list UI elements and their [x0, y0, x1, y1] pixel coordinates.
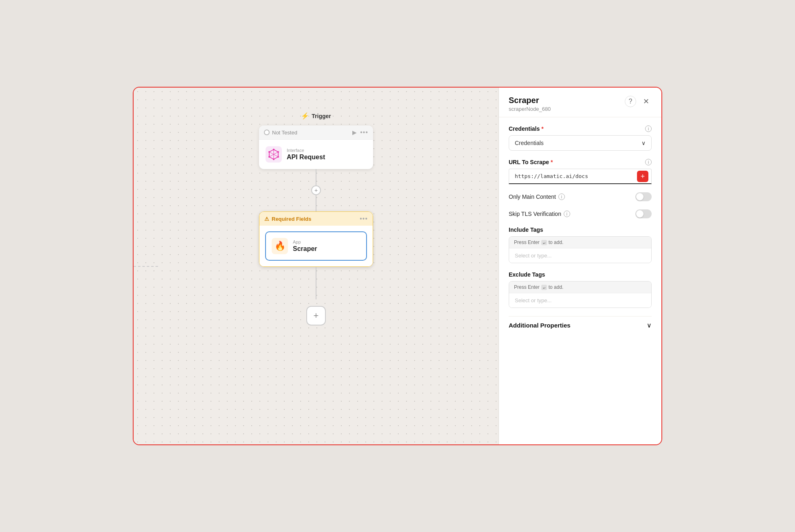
url-label-row: URL To Scrape * i — [509, 159, 652, 165]
url-label: URL To Scrape * — [509, 159, 553, 165]
only-main-label: Only Main Content i — [509, 193, 565, 200]
required-more-options[interactable]: ••• — [360, 215, 368, 222]
skip-tls-label: Skip TLS Verification i — [509, 211, 570, 217]
scraper-type: App — [293, 240, 317, 244]
url-label-text: URL To Scrape — [509, 159, 549, 165]
url-input[interactable]: https://lamatic.ai/docs — [509, 169, 652, 184]
panel-subtitle: scraperNode_680 — [509, 106, 551, 112]
credentials-required: * — [541, 125, 543, 132]
more-options-button[interactable]: ••• — [360, 129, 368, 136]
graphql-icon — [266, 146, 282, 163]
card-header-not-tested: Not Tested ▶ ••• — [259, 125, 373, 140]
url-required: * — [551, 159, 553, 165]
scraper-text: App Scraper — [293, 240, 317, 253]
additional-props-label: Additional Properties — [509, 322, 571, 329]
include-tags-text: Include Tags — [509, 226, 543, 233]
credentials-section: Credentials * i Credentials ∨ — [509, 125, 652, 151]
credentials-label: Credentials * — [509, 125, 544, 132]
include-tags-label: Include Tags — [509, 226, 543, 233]
main-container: ⚡ Trigger Not Tested ▶ ••• — [133, 87, 662, 445]
api-request-text: Interface API Request — [287, 148, 325, 161]
exclude-tags-label-row: Exclude Tags — [509, 271, 652, 278]
exclude-tags-text: Exclude Tags — [509, 271, 545, 278]
svg-line-12 — [269, 149, 274, 152]
include-tags-label-row: Include Tags — [509, 226, 652, 233]
not-tested-card: Not Tested ▶ ••• — [259, 125, 373, 169]
skip-tls-row: Skip TLS Verification i — [509, 209, 652, 218]
node-title: API Request — [287, 154, 325, 161]
trigger-icon: ⚡ — [301, 112, 309, 120]
url-section: URL To Scrape * i https://lamatic.ai/doc… — [509, 159, 652, 184]
exclude-hint-text: Press Enter — [514, 284, 540, 290]
panel-header: Scraper scraperNode_680 ? ✕ — [499, 88, 661, 117]
required-fields-text: Required Fields — [272, 216, 312, 222]
panel-title: Scraper — [509, 96, 551, 105]
not-tested-label: Not Tested — [272, 130, 297, 136]
required-inner: 🔥 App Scraper — [259, 226, 373, 266]
url-field-wrapper: https://lamatic.ai/docs + — [509, 169, 652, 184]
exclude-hint-suffix: to add. — [549, 284, 564, 290]
svg-line-10 — [269, 157, 274, 159]
include-tags-hint: Press Enter ↵ to add. — [509, 237, 651, 248]
additional-properties-section[interactable]: Additional Properties ∨ — [509, 316, 652, 334]
skip-tls-info-icon[interactable]: i — [564, 211, 570, 217]
panel-title-group: Scraper scraperNode_680 — [509, 96, 551, 112]
trigger-label: ⚡ Trigger — [301, 112, 331, 120]
additional-props-chevron: ∨ — [647, 321, 652, 329]
required-header: ⚠ Required Fields ••• — [259, 212, 373, 226]
required-fields-card: ⚠ Required Fields ••• 🔥 App Scraper — [259, 211, 373, 267]
status-row: Not Tested — [264, 130, 297, 136]
include-tags-section: Include Tags Press Enter ↵ to add. Selec… — [509, 226, 652, 263]
canvas-area: ⚡ Trigger Not Tested ▶ ••• — [134, 88, 499, 444]
exclude-tags-input[interactable]: Select or type... — [509, 293, 651, 308]
include-tags-field: Press Enter ↵ to add. Select or type... — [509, 236, 652, 263]
required-label: ⚠ Required Fields — [264, 216, 312, 222]
credentials-value: Credentials — [515, 140, 544, 146]
play-button[interactable]: ▶ — [352, 129, 357, 136]
only-main-content-row: Only Main Content i — [509, 192, 652, 201]
only-main-info-icon[interactable]: i — [558, 193, 565, 200]
credentials-label-row: Credentials * i — [509, 125, 652, 132]
help-button[interactable]: ? — [625, 96, 636, 107]
url-info-icon[interactable]: i — [645, 159, 652, 165]
credentials-chevron: ∨ — [641, 140, 646, 146]
panel-body: Credentials * i Credentials ∨ URL To Scr… — [499, 117, 661, 342]
exclude-kbd: ↵ — [541, 285, 547, 290]
connector-line-3 — [316, 267, 316, 283]
add-node-button-1[interactable]: + — [311, 185, 321, 195]
include-kbd: ↵ — [541, 240, 547, 245]
credentials-info-icon[interactable]: i — [645, 125, 652, 132]
canvas-nodes: ⚡ Trigger Not Tested ▶ ••• — [134, 104, 499, 334]
only-main-text: Only Main Content — [509, 193, 556, 200]
exclude-tags-hint: Press Enter ↵ to add. — [509, 281, 651, 293]
only-main-toggle[interactable] — [635, 192, 652, 201]
warning-icon: ⚠ — [264, 216, 269, 222]
trigger-text: Trigger — [312, 113, 331, 119]
credentials-dropdown[interactable]: Credentials ∨ — [509, 135, 652, 151]
svg-line-7 — [274, 149, 278, 152]
scraper-node-card[interactable]: 🔥 App Scraper — [265, 231, 367, 261]
connector-line-4 — [316, 283, 316, 299]
scraper-title: Scraper — [293, 245, 317, 253]
add-node-button-bottom[interactable]: + — [306, 306, 326, 325]
panel-header-actions: ? ✕ — [625, 96, 652, 107]
svg-line-9 — [274, 157, 278, 159]
exclude-tags-field: Press Enter ↵ to add. Select or type... — [509, 281, 652, 308]
include-tags-input[interactable]: Select or type... — [509, 248, 651, 263]
close-button[interactable]: ✕ — [640, 96, 652, 107]
credentials-text: Credentials — [509, 125, 540, 132]
exclude-tags-section: Exclude Tags Press Enter ↵ to add. Selec… — [509, 271, 652, 308]
api-request-body: Interface API Request — [259, 140, 373, 169]
exclude-tags-label: Exclude Tags — [509, 271, 545, 278]
right-panel: Scraper scraperNode_680 ? ✕ Credentials … — [499, 88, 661, 444]
skip-tls-text: Skip TLS Verification — [509, 211, 561, 217]
card-actions: ▶ ••• — [352, 129, 368, 136]
node-type-label: Interface — [287, 148, 325, 153]
url-add-button[interactable]: + — [637, 171, 648, 182]
skip-tls-toggle[interactable] — [635, 209, 652, 218]
status-circle — [264, 130, 270, 135]
connector-line-2 — [316, 195, 316, 211]
include-hint-suffix: to add. — [549, 240, 564, 245]
include-hint-text: Press Enter — [514, 240, 540, 245]
connector-line-1 — [316, 169, 316, 185]
